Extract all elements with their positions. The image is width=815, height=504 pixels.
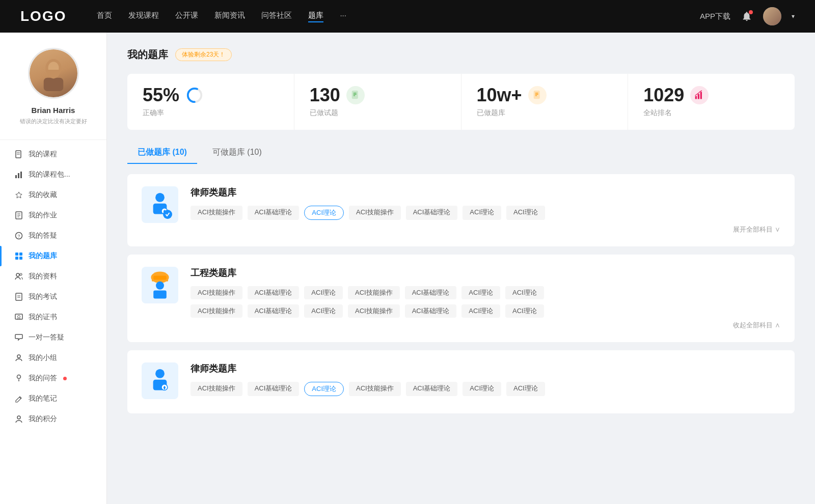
sidebar-item-label: 我的证书 (29, 313, 57, 322)
app-download-link[interactable]: APP下载 (700, 12, 730, 21)
qbank-tag[interactable]: ACI基础理论 (405, 304, 457, 318)
tab-available-banks[interactable]: 可做题库 (10) (202, 142, 272, 164)
sidebar-item-label: 我的答疑 (29, 231, 57, 240)
sidebar-item-exam[interactable]: 我的考试 (0, 287, 106, 307)
file-icon (14, 150, 23, 159)
qbank-tag-highlighted[interactable]: ACI理论 (304, 206, 344, 220)
sidebar-item-label: 一对一答疑 (29, 333, 64, 342)
qbank-tag[interactable]: ACI基础理论 (405, 286, 457, 299)
filetext-icon (14, 292, 23, 301)
qbank-tag[interactable]: ACI基础理论 (248, 286, 300, 299)
qbank-card-lawyer-1: 律师类题库 ACI技能操作 ACI基础理论 ACI理论 ACI技能操作 ACI基… (127, 174, 795, 246)
stat-label: 正确率 (143, 108, 164, 118)
svg-point-26 (18, 316, 20, 318)
qbank-tag[interactable]: ACI理论 (506, 206, 545, 220)
qbank-info: 律师类题库 ACI技能操作 ACI基础理论 ACI理论 ACI技能操作 ACI基… (191, 362, 780, 401)
nav-home[interactable]: 首页 (97, 11, 112, 22)
logo: LOGO (20, 8, 66, 24)
edit-icon (14, 394, 23, 403)
svg-rect-46 (700, 92, 702, 99)
expand-link[interactable]: 展开全部科目 ∨ (191, 225, 780, 234)
svg-rect-7 (18, 173, 19, 178)
tab-done-banks[interactable]: 已做题库 (10) (127, 142, 197, 164)
nav-discover[interactable]: 发现课程 (128, 11, 159, 22)
svg-rect-6 (15, 175, 17, 178)
qbank-tag[interactable]: ACI理论 (506, 382, 545, 396)
sidebar-item-cert[interactable]: 我的证书 (0, 307, 106, 327)
qbank-tag[interactable]: ACI基础理论 (248, 304, 300, 318)
avatar[interactable] (763, 7, 781, 25)
nav-right: APP下载 ▾ (700, 7, 795, 25)
svg-rect-19 (19, 257, 22, 260)
stat-value: 1029 (643, 86, 684, 104)
sidebar-item-group[interactable]: 我的小组 (0, 348, 106, 368)
qbank-tag[interactable]: ACI技能操作 (348, 286, 400, 299)
nav-qbank[interactable]: 题库 (308, 11, 323, 22)
svg-rect-1 (43, 78, 63, 91)
sidebar-item-favorites[interactable]: 我的收藏 (0, 185, 106, 205)
sidebar-item-qbank[interactable]: 我的题库 (0, 246, 106, 266)
stats-row: 55% 正确率 130 (127, 74, 795, 130)
qbank-tag[interactable]: ACI技能操作 (191, 206, 242, 220)
stat-label: 已做题库 (477, 108, 505, 118)
qbank-tags: ACI技能操作 ACI基础理论 ACI理论 ACI技能操作 ACI基础理论 AC… (191, 382, 780, 396)
qbank-tag[interactable]: ACI理论 (461, 286, 500, 299)
qbank-tag[interactable]: ACI理论 (505, 286, 544, 299)
main-content: 我的题库 体验剩余23天！ 55% 正确率 (107, 33, 815, 504)
nav-news[interactable]: 新闻资讯 (214, 11, 245, 22)
stat-site-rank: 1029 全站排名 (628, 74, 795, 130)
stat-done-questions: 130 已做试题 (294, 74, 461, 130)
grid-icon (14, 251, 23, 261)
unread-dot (63, 377, 67, 380)
sidebar-item-qa[interactable]: ? 我的答疑 (0, 226, 106, 246)
sidebar-item-mydata[interactable]: 我的资料 (0, 266, 106, 287)
sidebar-item-myqa[interactable]: 我的问答 (0, 368, 106, 388)
collapse-link[interactable]: 收起全部科目 ∧ (191, 321, 780, 330)
qbank-tag[interactable]: ACI技能操作 (191, 382, 242, 396)
qbank-tag[interactable]: ACI基础理论 (406, 382, 458, 396)
doc-icon (14, 211, 23, 220)
page-layout: Brian Harris 错误的决定比没有决定要好 我的课程 我的课程包... (0, 33, 815, 504)
nav-more[interactable]: ··· (340, 11, 346, 22)
sidebar-item-coursepackage[interactable]: 我的课程包... (0, 164, 106, 185)
svg-rect-25 (15, 314, 22, 319)
qbank-tag[interactable]: ACI基础理论 (248, 206, 300, 220)
qbank-tag[interactable]: ACI理论 (505, 304, 544, 318)
qbank-tag[interactable]: ACI理论 (461, 304, 500, 318)
qbank-card-engineer: 工程类题库 ACI技能操作 ACI基础理论 ACI理论 ACI技能操作 ACI基… (127, 255, 795, 342)
svg-rect-44 (695, 96, 697, 99)
qbank-tag-highlighted[interactable]: ACI理论 (304, 382, 344, 396)
sidebar-item-homework[interactable]: 我的作业 (0, 205, 106, 226)
stat-accuracy: 55% 正确率 (127, 74, 294, 130)
chat-icon (14, 333, 23, 342)
qbank-tag[interactable]: ACI技能操作 (191, 304, 242, 318)
sidebar-item-notes[interactable]: 我的笔记 (0, 388, 106, 409)
svg-point-21 (20, 273, 22, 275)
qbank-tag[interactable]: ACI理论 (463, 382, 501, 396)
qbank-tags: ACI技能操作 ACI基础理论 ACI理论 ACI技能操作 ACI基础理论 AC… (191, 206, 780, 220)
avatar-image (763, 7, 781, 25)
qbank-tag[interactable]: ACI理论 (304, 304, 343, 318)
qbank-tag[interactable]: ACI技能操作 (191, 286, 242, 299)
qbank-tag[interactable]: ACI理论 (463, 206, 501, 220)
cert-icon (14, 313, 23, 322)
qbank-tag[interactable]: ACI基础理论 (406, 206, 458, 220)
qbank-tag[interactable]: ACI技能操作 (348, 304, 400, 318)
qbank-tag[interactable]: ACI技能操作 (349, 206, 401, 220)
nav-opencourse[interactable]: 公开课 (175, 11, 198, 22)
nav-qa[interactable]: 问答社区 (261, 11, 292, 22)
qbank-tag[interactable]: ACI理论 (304, 286, 343, 299)
qbank-tag[interactable]: ACI技能操作 (349, 382, 401, 396)
sidebar-item-label: 我的课程 (29, 150, 57, 159)
notification-bell[interactable] (741, 10, 753, 22)
sidebar-item-points[interactable]: 我的积分 (0, 409, 106, 429)
sidebar: Brian Harris 错误的决定比没有决定要好 我的课程 我的课程包... (0, 33, 107, 504)
sidebar-item-tutoring[interactable]: 一对一答疑 (0, 327, 106, 348)
profile-name: Brian Harris (32, 106, 75, 115)
sidebar-item-mycourse[interactable]: 我的课程 (0, 144, 106, 164)
qbank-tag[interactable]: ACI基础理论 (248, 382, 300, 396)
avatar-dropdown-arrow[interactable]: ▾ (792, 13, 795, 20)
star-icon (14, 190, 23, 200)
svg-rect-17 (19, 253, 22, 256)
svg-point-55 (155, 369, 165, 378)
